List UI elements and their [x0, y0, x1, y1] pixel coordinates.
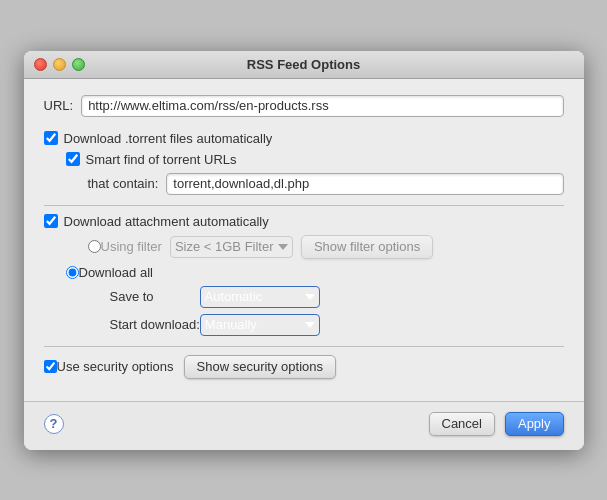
download-all-row: Download all: [66, 265, 564, 280]
security-checkbox[interactable]: [44, 360, 57, 373]
download-attachment-label: Download attachment automatically: [64, 214, 269, 229]
content-area: URL: Download .torrent files automatical…: [24, 79, 584, 401]
start-download-row: Start download: Manually Immediately: [110, 314, 564, 336]
using-filter-row: Using filter Size < 1GB Filter Show filt…: [88, 235, 564, 259]
download-attachment-checkbox[interactable]: [44, 214, 58, 228]
url-input[interactable]: [81, 95, 563, 117]
bottom-bar: ? Cancel Apply: [24, 401, 584, 450]
maximize-button[interactable]: [72, 58, 85, 71]
window-title: RSS Feed Options: [247, 57, 360, 72]
filter-select[interactable]: Size < 1GB Filter: [170, 236, 293, 258]
download-torrent-label: Download .torrent files automatically: [64, 131, 273, 146]
download-attachment-section: Download attachment automatically Using …: [44, 214, 564, 336]
smart-find-row: Smart find of torrent URLs: [66, 152, 564, 167]
save-to-select[interactable]: Automatic Custom...: [200, 286, 320, 308]
rss-feed-options-window: RSS Feed Options URL: Download .torrent …: [24, 51, 584, 450]
start-download-select[interactable]: Manually Immediately: [200, 314, 320, 336]
using-filter-label: Using filter: [101, 239, 162, 254]
smart-find-checkbox[interactable]: [66, 152, 80, 166]
download-torrent-section: Download .torrent files automatically Sm…: [44, 131, 564, 195]
that-contain-label: that contain:: [88, 176, 159, 191]
start-download-label: Start download:: [110, 317, 200, 332]
close-button[interactable]: [34, 58, 47, 71]
smart-find-label: Smart find of torrent URLs: [86, 152, 237, 167]
show-filter-options-button[interactable]: Show filter options: [301, 235, 433, 259]
download-attachment-row: Download attachment automatically: [44, 214, 564, 229]
divider-2: [44, 346, 564, 347]
security-label: Use security options: [57, 359, 174, 374]
minimize-button[interactable]: [53, 58, 66, 71]
url-row: URL:: [44, 95, 564, 117]
titlebar: RSS Feed Options: [24, 51, 584, 79]
that-contain-input[interactable]: [166, 173, 563, 195]
help-button[interactable]: ?: [44, 414, 64, 434]
security-row: Use security options Show security optio…: [44, 355, 564, 379]
download-torrent-row: Download .torrent files automatically: [44, 131, 564, 146]
download-all-label: Download all: [79, 265, 153, 280]
download-all-radio[interactable]: [66, 266, 79, 279]
url-label: URL:: [44, 98, 74, 113]
cancel-button[interactable]: Cancel: [429, 412, 495, 436]
download-torrent-checkbox[interactable]: [44, 131, 58, 145]
divider-1: [44, 205, 564, 206]
show-security-options-button[interactable]: Show security options: [184, 355, 336, 379]
save-to-row: Save to Automatic Custom...: [110, 286, 564, 308]
apply-button[interactable]: Apply: [505, 412, 564, 436]
traffic-lights: [34, 58, 85, 71]
action-buttons: Cancel Apply: [429, 412, 564, 436]
using-filter-radio[interactable]: [88, 240, 101, 253]
save-to-label: Save to: [110, 289, 200, 304]
that-contain-row: that contain:: [88, 173, 564, 195]
